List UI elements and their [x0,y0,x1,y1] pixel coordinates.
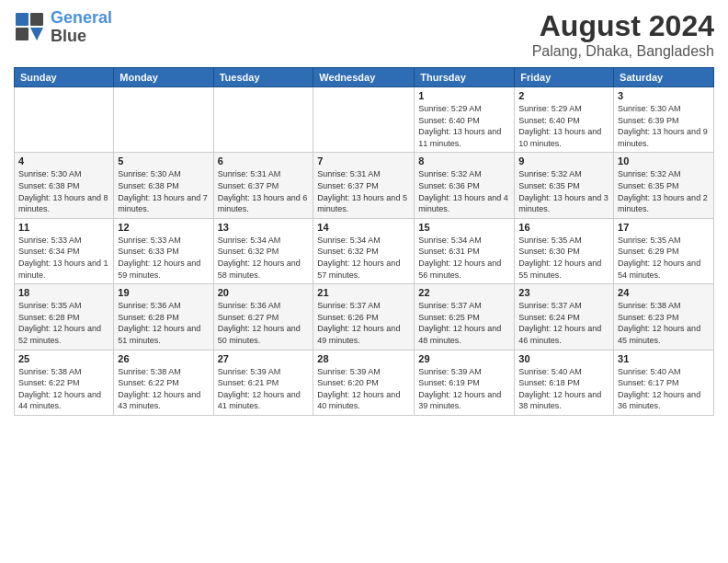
table-row: 19Sunrise: 5:36 AM Sunset: 6:28 PM Dayli… [114,284,213,350]
day-info: Sunrise: 5:34 AM Sunset: 6:31 PM Dayligh… [418,235,510,281]
day-info: Sunrise: 5:39 AM Sunset: 6:20 PM Dayligh… [317,366,410,412]
day-number: 16 [518,222,609,233]
table-row: 9Sunrise: 5:32 AM Sunset: 6:35 PM Daylig… [515,153,614,218]
table-row: 18Sunrise: 5:35 AM Sunset: 6:28 PM Dayli… [15,284,114,350]
day-number: 7 [317,155,410,167]
table-row: 13Sunrise: 5:34 AM Sunset: 6:32 PM Dayli… [213,218,313,283]
table-row: 28Sunrise: 5:39 AM Sunset: 6:20 PM Dayli… [313,350,415,415]
day-number: 24 [618,287,710,298]
day-info: Sunrise: 5:33 AM Sunset: 6:34 PM Dayligh… [18,235,109,281]
calendar-week-2: 4Sunrise: 5:30 AM Sunset: 6:38 PM Daylig… [15,153,714,218]
day-number: 28 [317,353,410,364]
day-info: Sunrise: 5:36 AM Sunset: 6:28 PM Dayligh… [118,300,209,346]
day-number: 21 [317,287,410,298]
day-number: 22 [418,287,510,298]
logo: General Blue [14,9,112,46]
day-number: 4 [18,155,109,167]
calendar-week-5: 25Sunrise: 5:38 AM Sunset: 6:22 PM Dayli… [15,350,714,415]
day-number: 8 [418,155,510,167]
svg-rect-2 [16,28,28,40]
day-number: 18 [18,287,109,298]
day-info: Sunrise: 5:36 AM Sunset: 6:27 PM Dayligh… [218,300,310,346]
table-row: 10Sunrise: 5:32 AM Sunset: 6:35 PM Dayli… [614,153,714,218]
table-row: 14Sunrise: 5:34 AM Sunset: 6:32 PM Dayli… [313,218,415,283]
day-info: Sunrise: 5:34 AM Sunset: 6:32 PM Dayligh… [317,235,410,281]
table-row: 1Sunrise: 5:29 AM Sunset: 6:40 PM Daylig… [415,87,515,153]
day-number: 6 [218,155,310,167]
table-row: 6Sunrise: 5:31 AM Sunset: 6:37 PM Daylig… [213,153,313,218]
table-row: 26Sunrise: 5:38 AM Sunset: 6:22 PM Dayli… [114,350,213,415]
day-number: 20 [218,287,310,298]
day-info: Sunrise: 5:30 AM Sunset: 6:39 PM Dayligh… [618,103,710,149]
day-number: 15 [418,222,510,233]
day-number: 9 [518,155,609,167]
table-row: 4Sunrise: 5:30 AM Sunset: 6:38 PM Daylig… [15,153,114,218]
header-thursday: Thursday [415,68,515,87]
day-info: Sunrise: 5:31 AM Sunset: 6:37 PM Dayligh… [317,168,410,214]
day-number: 30 [518,353,609,364]
day-number: 26 [118,353,209,364]
day-info: Sunrise: 5:30 AM Sunset: 6:38 PM Dayligh… [118,168,209,214]
day-info: Sunrise: 5:32 AM Sunset: 6:36 PM Dayligh… [418,168,510,214]
day-number: 5 [118,155,209,167]
table-row: 11Sunrise: 5:33 AM Sunset: 6:34 PM Dayli… [15,218,114,283]
day-number: 27 [218,353,310,364]
day-number: 10 [618,155,710,167]
table-row: 17Sunrise: 5:35 AM Sunset: 6:29 PM Dayli… [614,218,714,283]
day-number: 31 [618,353,710,364]
header-tuesday: Tuesday [213,68,313,87]
table-row: 29Sunrise: 5:39 AM Sunset: 6:19 PM Dayli… [415,350,515,415]
calendar-week-3: 11Sunrise: 5:33 AM Sunset: 6:34 PM Dayli… [15,218,714,283]
calendar-table: Sunday Monday Tuesday Wednesday Thursday… [14,67,714,416]
day-number: 2 [518,90,609,101]
day-info: Sunrise: 5:35 AM Sunset: 6:29 PM Dayligh… [618,235,710,281]
day-number: 3 [618,90,710,101]
header-friday: Friday [515,68,614,87]
table-row: 22Sunrise: 5:37 AM Sunset: 6:25 PM Dayli… [415,284,515,350]
svg-rect-3 [30,13,43,26]
day-number: 23 [518,287,609,298]
header: General Blue August 2024 Palang, Dhaka, … [14,9,714,60]
table-row: 16Sunrise: 5:35 AM Sunset: 6:30 PM Dayli… [515,218,614,283]
day-info: Sunrise: 5:35 AM Sunset: 6:28 PM Dayligh… [18,300,109,346]
table-row: 20Sunrise: 5:36 AM Sunset: 6:27 PM Dayli… [213,284,313,350]
day-info: Sunrise: 5:31 AM Sunset: 6:37 PM Dayligh… [218,168,310,214]
day-info: Sunrise: 5:33 AM Sunset: 6:33 PM Dayligh… [118,235,209,281]
day-info: Sunrise: 5:39 AM Sunset: 6:21 PM Dayligh… [218,366,310,412]
table-row: 27Sunrise: 5:39 AM Sunset: 6:21 PM Dayli… [213,350,313,415]
sub-title: Palang, Dhaka, Bangladesh [532,43,714,60]
table-row [213,87,313,153]
day-number: 19 [118,287,209,298]
logo-text: General Blue [51,9,112,46]
header-sunday: Sunday [15,68,114,87]
main-title: August 2024 [532,9,714,43]
table-row: 3Sunrise: 5:30 AM Sunset: 6:39 PM Daylig… [614,87,714,153]
day-info: Sunrise: 5:32 AM Sunset: 6:35 PM Dayligh… [518,168,609,214]
table-row [114,87,213,153]
svg-rect-1 [16,13,28,26]
day-info: Sunrise: 5:30 AM Sunset: 6:38 PM Dayligh… [18,168,109,214]
day-info: Sunrise: 5:29 AM Sunset: 6:40 PM Dayligh… [518,103,609,149]
table-row: 25Sunrise: 5:38 AM Sunset: 6:22 PM Dayli… [15,350,114,415]
table-row: 24Sunrise: 5:38 AM Sunset: 6:23 PM Dayli… [614,284,714,350]
header-monday: Monday [114,68,213,87]
day-info: Sunrise: 5:38 AM Sunset: 6:23 PM Dayligh… [618,300,710,346]
table-row: 7Sunrise: 5:31 AM Sunset: 6:37 PM Daylig… [313,153,415,218]
day-info: Sunrise: 5:37 AM Sunset: 6:26 PM Dayligh… [317,300,410,346]
day-number: 1 [418,90,510,101]
table-row: 2Sunrise: 5:29 AM Sunset: 6:40 PM Daylig… [515,87,614,153]
table-row: 12Sunrise: 5:33 AM Sunset: 6:33 PM Dayli… [114,218,213,283]
day-info: Sunrise: 5:40 AM Sunset: 6:17 PM Dayligh… [618,366,710,412]
day-number: 29 [418,353,510,364]
day-info: Sunrise: 5:35 AM Sunset: 6:30 PM Dayligh… [518,235,609,281]
calendar-week-1: 1Sunrise: 5:29 AM Sunset: 6:40 PM Daylig… [15,87,714,153]
table-row: 21Sunrise: 5:37 AM Sunset: 6:26 PM Dayli… [313,284,415,350]
header-saturday: Saturday [614,68,714,87]
title-block: August 2024 Palang, Dhaka, Bangladesh [532,9,714,60]
table-row [313,87,415,153]
logo-icon [14,11,47,44]
day-number: 25 [18,353,109,364]
day-info: Sunrise: 5:39 AM Sunset: 6:19 PM Dayligh… [418,366,510,412]
calendar-week-4: 18Sunrise: 5:35 AM Sunset: 6:28 PM Dayli… [15,284,714,350]
table-row: 15Sunrise: 5:34 AM Sunset: 6:31 PM Dayli… [415,218,515,283]
